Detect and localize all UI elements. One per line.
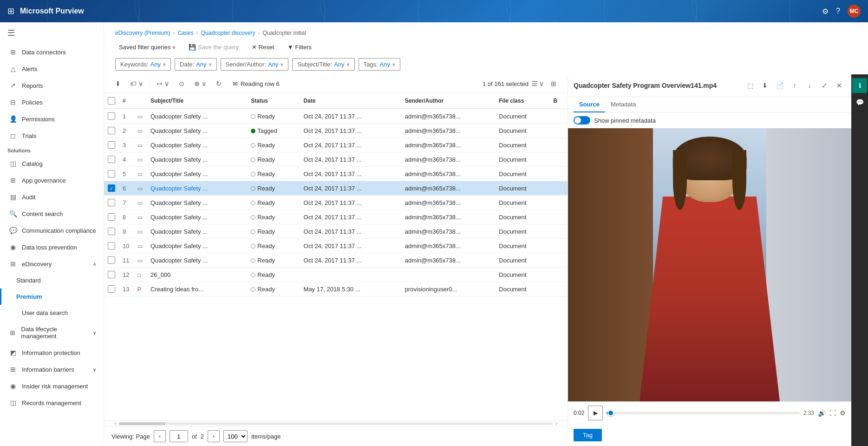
detail-up-icon[interactable]: ↑	[788, 79, 801, 92]
date-filter[interactable]: Date: Any ∨	[175, 58, 216, 71]
num-col-header[interactable]: #	[119, 93, 134, 109]
file-class-col-header[interactable]: File class	[495, 93, 549, 109]
detail-expand-icon[interactable]: ⤢	[818, 79, 831, 92]
row-checkbox[interactable]	[108, 242, 115, 249]
row-checkbox[interactable]	[108, 156, 115, 163]
scroll-track[interactable]	[119, 422, 553, 425]
sidebar-item-standard[interactable]: Standard	[0, 272, 104, 289]
detail-download-icon[interactable]: ⬇	[758, 79, 771, 92]
detail-file-icon[interactable]: 📄	[773, 79, 786, 92]
keywords-filter[interactable]: Keywords: Any ∨	[115, 58, 171, 71]
view-toggle-icon[interactable]: ☰ ∨	[531, 77, 544, 90]
play-button[interactable]: ▶	[588, 406, 603, 420]
fullscreen-icon[interactable]: ⛶	[829, 409, 836, 417]
row-title[interactable]: Quadcopter Safety ...	[147, 152, 247, 167]
sidebar-item-data-loss-prevention[interactable]: ◉ Data loss prevention	[0, 239, 104, 256]
sidebar-item-policies[interactable]: ⊟ Policies	[0, 94, 104, 111]
table-row[interactable]: 9▭Quadcopter Safety ...ReadyOct 24, 2017…	[104, 224, 568, 239]
row-title[interactable]: Creating Ideas fro...	[147, 282, 247, 296]
settings-video-icon[interactable]: ⚙	[840, 409, 846, 417]
items-per-page-select[interactable]: 100 50 25	[223, 430, 248, 442]
row-checkbox[interactable]	[108, 285, 115, 293]
sender-filter[interactable]: Sender/Author: Any ∨	[221, 58, 289, 71]
table-row[interactable]: 4▭Quadcopter Safety ...ReadyOct 24, 2017…	[104, 152, 568, 167]
progress-track[interactable]	[607, 412, 799, 414]
table-row[interactable]: 12□26_000ReadyDocument	[104, 268, 568, 282]
sidebar-item-content-search[interactable]: 🔍 Content search	[0, 205, 104, 222]
table-row[interactable]: 11▭Quadcopter Safety ...ReadyOct 24, 201…	[104, 253, 568, 268]
sidebar-item-trials[interactable]: ◻ Trials	[0, 127, 104, 144]
prev-page-button[interactable]: ‹	[154, 430, 166, 442]
table-row[interactable]: 13PCreating Ideas fro...ReadyMay 17, 201…	[104, 282, 568, 296]
select-all-checkbox[interactable]	[108, 97, 115, 105]
row-title[interactable]: Quadcopter Safety ...	[147, 224, 247, 239]
tab-metadata[interactable]: Metadata	[605, 97, 641, 112]
sidebar-item-information-barriers[interactable]: ⊞ Information barriers ∨	[0, 361, 104, 378]
tag-action-icon[interactable]: 🏷 ∨	[128, 77, 145, 90]
row-title[interactable]: Quadcopter Safety ...	[147, 253, 247, 268]
table-row[interactable]: 2▭Quadcopter Safety ...TaggedOct 24, 201…	[104, 124, 568, 138]
review-icon[interactable]: ⊙	[175, 77, 188, 90]
table-row[interactable]: 3▭Quadcopter Safety ...ReadyOct 24, 2017…	[104, 138, 568, 152]
subject-title-col-header[interactable]: Subject/Title	[147, 93, 247, 109]
sidebar-item-audit[interactable]: ▤ Audit	[0, 189, 104, 205]
sidebar-item-app-governance[interactable]: ⊞ App governance	[0, 172, 104, 189]
row-checkbox[interactable]	[108, 199, 115, 206]
table-row[interactable]: ✓6▭Quadcopter Safety ...ReadyOct 24, 201…	[104, 181, 568, 196]
avatar[interactable]: MC	[848, 5, 861, 18]
sidebar-item-ediscovery[interactable]: ⊞ eDiscovery ∧	[0, 256, 104, 272]
row-title[interactable]: 26_000	[147, 268, 247, 282]
table-row[interactable]: 8▭Quadcopter Safety ...ReadyOct 24, 2017…	[104, 210, 568, 224]
table-row[interactable]: 1▭Quadcopter Safety ...ReadyOct 24, 2017…	[104, 109, 568, 124]
row-title[interactable]: Quadcopter Safety ...	[147, 210, 247, 224]
detail-close-icon[interactable]: ✕	[833, 79, 846, 92]
sidebar-item-records-management[interactable]: ◫ Records management	[0, 394, 104, 411]
sidebar-item-alerts[interactable]: △ Alerts	[0, 60, 104, 77]
strip-icon-1[interactable]: ℹ	[852, 78, 867, 93]
horizontal-scrollbar[interactable]: ‹ ›	[104, 420, 568, 426]
add-to-icon[interactable]: ⊕ ∨	[192, 77, 209, 90]
detail-down-icon[interactable]: ↓	[803, 79, 816, 92]
page-number-input[interactable]	[170, 430, 188, 442]
sidebar-item-catalog[interactable]: ◫ Catalog	[0, 155, 104, 172]
b-col-header[interactable]: B	[550, 93, 568, 109]
row-checkbox[interactable]: ✓	[108, 184, 115, 192]
scroll-thumb[interactable]	[119, 422, 165, 425]
row-checkbox[interactable]	[108, 141, 115, 149]
row-checkbox[interactable]	[108, 112, 115, 120]
show-pinned-toggle[interactable]	[574, 116, 590, 125]
sidebar-item-information-protection[interactable]: ◩ Information protection	[0, 344, 104, 361]
row-title[interactable]: Quadcopter Safety ...	[147, 196, 247, 210]
breadcrumb-ediscovery[interactable]: eDiscovery (Premium)	[115, 30, 170, 36]
saved-filter-queries-button[interactable]: Saved filter queries ∨	[115, 42, 179, 52]
sender-col-header[interactable]: Sender/Author	[401, 93, 496, 109]
tab-source[interactable]: Source	[574, 97, 605, 112]
refresh-icon[interactable]: ↻	[212, 77, 225, 90]
progress-thumb[interactable]	[607, 410, 614, 416]
waffle-menu[interactable]: ⊞	[7, 6, 14, 16]
table-row[interactable]: 5▭Quadcopter Safety ...ReadyOct 24, 2017…	[104, 167, 568, 181]
open-in-new-icon[interactable]: ⬚	[744, 79, 757, 92]
volume-icon[interactable]: 🔊	[818, 409, 826, 417]
row-title[interactable]: Quadcopter Safety ...	[147, 124, 247, 138]
subject-filter[interactable]: Subject/Title: Any ∨	[292, 58, 354, 71]
filters-button[interactable]: ▼ Filters	[284, 42, 315, 52]
sidebar-item-permissions[interactable]: 👤 Permissions	[0, 111, 104, 127]
move-icon[interactable]: ↦ ∨	[155, 77, 171, 90]
columns-icon[interactable]: ⊞	[547, 77, 560, 90]
breadcrumb-cases[interactable]: Cases	[178, 30, 194, 36]
breadcrumb-quadcopter-discovery[interactable]: Quadcopter discovery	[201, 30, 255, 36]
sidebar-item-data-connectors[interactable]: ⊞ Data connectors	[0, 44, 104, 60]
tags-filter[interactable]: Tags: Any ∨	[359, 58, 400, 71]
table-row[interactable]: 7▭Quadcopter Safety ...ReadyOct 24, 2017…	[104, 196, 568, 210]
row-title[interactable]: Quadcopter Safety ...	[147, 138, 247, 152]
date-col-header[interactable]: Date	[300, 93, 401, 109]
tag-button[interactable]: Tag	[574, 429, 602, 441]
help-icon[interactable]: ?	[836, 7, 840, 15]
row-checkbox[interactable]	[108, 271, 115, 278]
row-checkbox[interactable]	[108, 127, 115, 134]
row-title[interactable]: Quadcopter Safety ...	[147, 167, 247, 181]
select-all-header[interactable]	[104, 93, 119, 109]
download-icon[interactable]: ⬇	[111, 77, 124, 90]
sidebar-item-insider-risk[interactable]: ◉ Insider risk management	[0, 378, 104, 394]
